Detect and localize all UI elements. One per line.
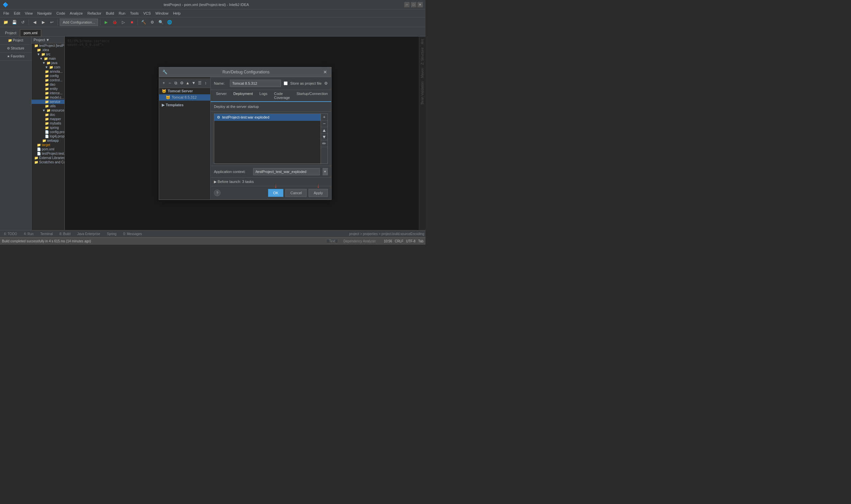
remove-config-button[interactable]: −: [167, 80, 172, 86]
apply-button[interactable]: Apply: [308, 189, 328, 197]
sort-button[interactable]: ☰: [197, 80, 202, 86]
add-configuration-button[interactable]: Add Configuration...: [60, 19, 98, 26]
terminal-tab[interactable]: Terminal: [37, 231, 55, 236]
tree-item-doc[interactable]: 📁 doc: [32, 112, 65, 117]
tree-item-dao[interactable]: 📁 dao: [32, 82, 65, 87]
menu-refactor[interactable]: Refactor: [85, 11, 103, 16]
search-everywhere-button[interactable]: 🔍: [157, 19, 164, 26]
name-input[interactable]: [230, 80, 281, 87]
menu-tools[interactable]: Tools: [128, 11, 141, 16]
ok-button[interactable]: OK: [268, 189, 283, 197]
translate-button[interactable]: 🌐: [166, 19, 173, 26]
undo-button[interactable]: ↩: [48, 19, 55, 26]
java-enterprise-tab[interactable]: Java Enterprise: [74, 231, 103, 236]
tree-item-target[interactable]: 📁 target: [32, 143, 65, 147]
tree-item-idea[interactable]: 📁 .idea: [32, 48, 65, 52]
tree-item-iml[interactable]: 📄 testProject-test.iml: [32, 151, 65, 156]
add-deploy-button[interactable]: +: [321, 114, 327, 121]
deploy-scroll-up[interactable]: ▲: [321, 127, 327, 134]
before-launch-section[interactable]: ▶ Before launch: 3 tasks: [211, 177, 331, 186]
menu-navigate[interactable]: Navigate: [35, 11, 53, 16]
run-with-coverage-button[interactable]: ▷: [120, 19, 127, 26]
tab-startup[interactable]: Startup/Connection: [293, 90, 331, 102]
tree-item-com[interactable]: ▼ 📁 com: [32, 65, 65, 69]
menu-file[interactable]: File: [1, 11, 11, 16]
menu-view[interactable]: View: [23, 11, 35, 16]
app-context-input[interactable]: [253, 168, 320, 175]
dialog-close-button[interactable]: ✕: [322, 69, 328, 75]
tree-item-src[interactable]: ▼ 📁 src: [32, 52, 65, 56]
tree-item-interceptor[interactable]: 📁 interce...: [32, 91, 65, 95]
tomcat-server-group[interactable]: 🐱 Tomcat Server: [159, 88, 210, 94]
sidebar-favorites[interactable]: ★ Favorites: [0, 52, 31, 60]
todo-tab[interactable]: 6: TODO: [1, 231, 20, 236]
tree-item-scratches[interactable]: 📁 Scratches and Conso...: [32, 160, 65, 164]
back-button[interactable]: ◀: [31, 19, 38, 26]
menu-build[interactable]: Build: [104, 11, 116, 16]
move-up-button[interactable]: ▲: [185, 80, 190, 86]
cancel-button[interactable]: Cancel: [285, 189, 306, 197]
store-project-checkbox[interactable]: [284, 82, 288, 85]
copy-config-button[interactable]: ⧉: [173, 80, 178, 86]
tree-item-mybatis[interactable]: 📁 mybatis: [32, 121, 65, 126]
remove-deploy-button[interactable]: −: [321, 121, 327, 127]
tomcat-instance-item[interactable]: 🐱 Tomcat 8.5.312: [159, 94, 210, 101]
app-context-dropdown[interactable]: ▼: [322, 168, 328, 175]
tree-item-pom[interactable]: 📄 pom.xml: [32, 147, 65, 151]
menu-window[interactable]: Window: [154, 11, 171, 16]
add-config-button[interactable]: +: [161, 80, 166, 86]
menu-vcs[interactable]: VCS: [141, 11, 153, 16]
sidebar-structure[interactable]: ⚙ Structure: [0, 44, 31, 52]
open-file-button[interactable]: 📁: [2, 19, 9, 26]
pom-xml-tab[interactable]: pom.xml: [20, 29, 41, 36]
deploy-edit-button[interactable]: ✏: [321, 141, 327, 147]
help-button[interactable]: ?: [214, 190, 220, 196]
settings-button[interactable]: ⚙: [148, 19, 156, 26]
tab-coverage[interactable]: Code Coverage: [271, 90, 293, 102]
tree-item-utils[interactable]: 📁 utils: [32, 104, 65, 108]
tree-item-main[interactable]: ▼ 📁 main: [32, 56, 65, 61]
deploy-scroll-down[interactable]: ▼: [321, 134, 327, 141]
tree-item-config[interactable]: 📁 config: [32, 74, 65, 78]
text-tab[interactable]: Text: [326, 239, 338, 244]
tab-deployment[interactable]: Deployment: [230, 90, 256, 102]
deploy-item[interactable]: ⚙ testProject-test:war exploded: [214, 114, 321, 121]
maximize-button[interactable]: □: [411, 2, 416, 7]
tree-item-log4j[interactable]: 📄 log4j.prop...: [32, 134, 65, 139]
expand-button[interactable]: ↕: [203, 80, 208, 86]
forward-button[interactable]: ▶: [39, 19, 47, 26]
tree-item-entity[interactable]: 📁 entity: [32, 87, 65, 91]
templates-group[interactable]: ▶ Templates: [159, 102, 210, 108]
save-button[interactable]: 💾: [11, 19, 18, 26]
tree-item-java[interactable]: ▼ 📁 java: [32, 61, 65, 65]
sidebar-project[interactable]: 📁 Project: [0, 37, 31, 44]
gear-icon[interactable]: ⚙: [324, 81, 328, 86]
menu-code[interactable]: Code: [54, 11, 67, 16]
tree-item-testproject[interactable]: 📁 testProject [testProje: [32, 43, 65, 48]
build-tab[interactable]: 8: Build: [57, 231, 73, 236]
tree-item-controller[interactable]: 📁 control...: [32, 78, 65, 82]
move-down-button[interactable]: ▼: [191, 80, 196, 86]
run-tab[interactable]: 4: Run: [21, 231, 36, 236]
window-controls[interactable]: ─ □ ✕: [404, 2, 423, 7]
run-button[interactable]: ▶: [102, 19, 110, 26]
tree-item-resources[interactable]: ▼ 📁 resources: [32, 108, 65, 112]
messages-tab[interactable]: 0: Messages: [121, 231, 145, 236]
tree-item-external[interactable]: 📁 External Libraries: [32, 156, 65, 160]
tab-server[interactable]: Server: [213, 90, 230, 102]
tree-item-spring[interactable]: 📁 spring: [32, 126, 65, 130]
menu-run[interactable]: Run: [117, 11, 127, 16]
tree-item-model[interactable]: 📁 model.c...: [32, 95, 65, 100]
tree-item-annotation[interactable]: 📁 annota...: [32, 69, 65, 74]
build-button[interactable]: 🔨: [140, 19, 147, 26]
config-settings-button[interactable]: ⚙: [179, 80, 184, 86]
menu-help[interactable]: Help: [171, 11, 183, 16]
debug-button[interactable]: 🐞: [111, 19, 118, 26]
stop-button[interactable]: ■: [128, 19, 136, 26]
menu-analyze[interactable]: Analyze: [68, 11, 85, 16]
spring-tab[interactable]: Spring: [104, 231, 119, 236]
tree-item-mapper[interactable]: 📁 mapper: [32, 117, 65, 121]
minimize-button[interactable]: ─: [404, 2, 410, 7]
tree-item-webapp[interactable]: 📁 webapp: [32, 139, 65, 143]
refresh-button[interactable]: ↺: [19, 19, 26, 26]
